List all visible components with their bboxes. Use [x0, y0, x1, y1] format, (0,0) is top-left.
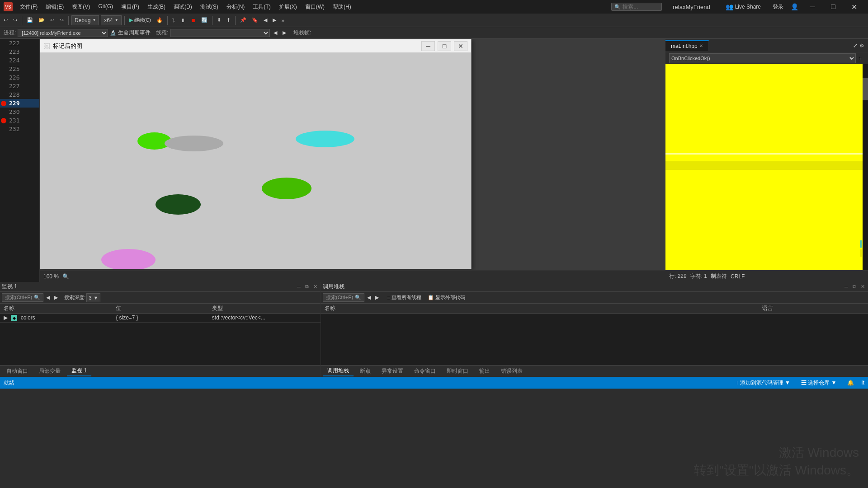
- callstack-section: 调用堆栈 ─ ⧉ ✕ 搜索(Ctrl+E) 🔍 ◀ ▶ ≡ 查看所有线程: [321, 282, 868, 377]
- tab-error-list[interactable]: 错误列表: [496, 366, 527, 376]
- nav-next[interactable]: ▶: [271, 16, 278, 24]
- watch-minimize[interactable]: ─: [295, 283, 302, 291]
- show-external-code-btn[interactable]: 📋 显示外部代码: [426, 293, 467, 302]
- callstack-minimize[interactable]: ─: [843, 283, 850, 291]
- tab-watch-1[interactable]: 监视 1: [67, 366, 91, 376]
- thread-nav-next[interactable]: ▶: [281, 29, 288, 37]
- tab-immediate[interactable]: 即时窗口: [442, 366, 473, 376]
- close-button[interactable]: ✕: [844, 0, 864, 14]
- menu-git[interactable]: Git(G): [94, 2, 117, 12]
- editor-tabs: mat.inl.hpp ✕ ⤢ ⚙: [665, 39, 868, 52]
- sep4: [167, 16, 168, 25]
- more-btn[interactable]: »: [280, 17, 286, 24]
- step-out[interactable]: ⬆: [225, 16, 232, 24]
- notifications-button[interactable]: 🔔: [844, 380, 858, 386]
- code-line-225: 225: [0, 65, 39, 73]
- sep2: [68, 16, 69, 25]
- menu-build[interactable]: 生成(B): [144, 2, 169, 12]
- tab-mat-inl-hpp[interactable]: mat.inl.hpp ✕: [665, 40, 709, 51]
- tab-output[interactable]: 输出: [475, 366, 495, 376]
- step-in[interactable]: ⬇: [215, 16, 223, 24]
- signin-button[interactable]: 登录: [769, 2, 787, 12]
- nav-prev[interactable]: ◀: [262, 16, 269, 24]
- search-input-callstack[interactable]: 搜索(Ctrl+E) 🔍: [323, 293, 364, 302]
- tab-breakpoints[interactable]: 断点: [355, 366, 375, 376]
- tab-command-window[interactable]: 命令窗口: [410, 366, 440, 376]
- platform-dropdown[interactable]: x64 ▼: [101, 15, 121, 25]
- tab-local-vars[interactable]: 局部变量: [34, 366, 65, 376]
- select-repo-button[interactable]: ☰ 选择仓库 ▼: [797, 379, 840, 387]
- ellipse-3: [156, 194, 201, 215]
- tab-callstack[interactable]: 调用堆栈: [323, 366, 354, 376]
- popup-close-button[interactable]: ✕: [454, 41, 467, 51]
- live-share-button[interactable]: 👥 Live Share: [721, 2, 765, 11]
- callstack-nav-next[interactable]: ▶: [373, 294, 381, 301]
- lifecycle-icon: 🔬: [110, 30, 116, 36]
- callstack-title: 调用堆栈: [323, 283, 344, 291]
- pause-button[interactable]: ⏸: [179, 17, 187, 24]
- tab-exception-settings[interactable]: 异常设置: [377, 366, 408, 376]
- function-selector-bar: OnBnClickedOk() +: [665, 52, 868, 64]
- title-search[interactable]: 🔍: [611, 3, 662, 11]
- menu-file[interactable]: 文件(F): [16, 2, 41, 12]
- thread-nav-prev[interactable]: ◀: [272, 29, 279, 37]
- expand-icon[interactable]: ▶: [4, 314, 8, 321]
- menu-window[interactable]: 窗口(W): [302, 2, 328, 12]
- tab-close-icon[interactable]: ✕: [699, 43, 703, 48]
- callstack-table: 名称 语言: [321, 304, 868, 314]
- watch-nav-prev[interactable]: ◀: [44, 294, 52, 301]
- code-line-229: 229: [0, 99, 39, 108]
- zoom-icon: 🔍: [62, 273, 69, 280]
- step-over[interactable]: ⤵: [170, 17, 177, 24]
- menu-test[interactable]: 测试(S): [197, 2, 222, 12]
- tab-auto-window[interactable]: 自动窗口: [2, 366, 33, 376]
- search-depth-dropdown[interactable]: 3 ▼: [86, 293, 100, 302]
- popup-minimize-button[interactable]: ─: [421, 41, 435, 51]
- callstack-close[interactable]: ✕: [859, 283, 866, 291]
- search-input-watch[interactable]: 搜索(Ctrl+E) 🔍: [2, 293, 43, 302]
- stop-button[interactable]: ⏹: [189, 17, 198, 24]
- toolbar-undo[interactable]: ↩: [48, 16, 56, 24]
- thread-selector[interactable]: [170, 29, 270, 37]
- toolbar-save[interactable]: 💾: [25, 16, 35, 24]
- watch-nav-next[interactable]: ▶: [52, 294, 60, 301]
- toolbar-forward[interactable]: ↪: [11, 16, 19, 24]
- minimize-button[interactable]: ─: [802, 0, 823, 14]
- expand-panel-icon[interactable]: ⤢: [853, 42, 858, 49]
- toolbar-back[interactable]: ↩: [2, 16, 9, 24]
- debug-config-dropdown[interactable]: Debug ▼: [71, 15, 99, 25]
- add-source-mgmt-button[interactable]: ↑ 添加到源代码管理 ▼: [732, 379, 794, 387]
- add-tab-button[interactable]: +: [856, 54, 864, 62]
- callstack-float[interactable]: ⧉: [851, 283, 858, 291]
- watch-header: 监视 1 ─ ⧉ ✕: [0, 282, 321, 292]
- search-input[interactable]: [623, 4, 659, 10]
- hot-reload-button[interactable]: 🔥: [155, 16, 165, 24]
- panel-options-icon[interactable]: ⚙: [859, 42, 864, 49]
- scrollbar-thumb[interactable]: [863, 78, 868, 100]
- menu-edit[interactable]: 编辑(E): [42, 2, 67, 12]
- toolbar-redo[interactable]: ↪: [58, 16, 66, 24]
- watch-close[interactable]: ✕: [311, 283, 319, 291]
- editor-content[interactable]: [665, 64, 868, 270]
- menu-project[interactable]: 项目(P): [118, 2, 143, 12]
- restart-button[interactable]: 🔄: [199, 16, 209, 24]
- function-selector[interactable]: OnBnClickedOk(): [669, 53, 856, 63]
- popup-maximize-button[interactable]: □: [438, 41, 451, 51]
- toolbar-open[interactable]: 📂: [37, 16, 47, 24]
- menu-view[interactable]: 视图(V): [68, 2, 94, 12]
- menu-tools[interactable]: 工具(T): [249, 2, 274, 12]
- view-all-threads-btn[interactable]: ≡ 查看所有线程: [385, 293, 423, 302]
- menu-help[interactable]: 帮助(H): [329, 2, 355, 12]
- debug-bar: 进程: [12400] relaxMyFriend.exe 🔬 生命周期事件 线…: [0, 27, 868, 39]
- maximize-button[interactable]: □: [823, 0, 844, 14]
- continue-button[interactable]: ▶ 继续(C): [127, 16, 153, 24]
- menu-extensions[interactable]: 扩展(X): [275, 2, 301, 12]
- process-selector[interactable]: [12400] relaxMyFriend.exe: [18, 29, 108, 37]
- bookmark-btn[interactable]: 🔖: [250, 16, 260, 24]
- editor-scrollbar[interactable]: [863, 64, 868, 270]
- callstack-nav-prev[interactable]: ◀: [365, 294, 373, 301]
- menu-analyze[interactable]: 分析(N): [223, 2, 249, 12]
- pin-btn[interactable]: 📌: [238, 16, 248, 24]
- watch-float[interactable]: ⧉: [303, 283, 311, 291]
- menu-debug[interactable]: 调试(D): [170, 2, 196, 12]
